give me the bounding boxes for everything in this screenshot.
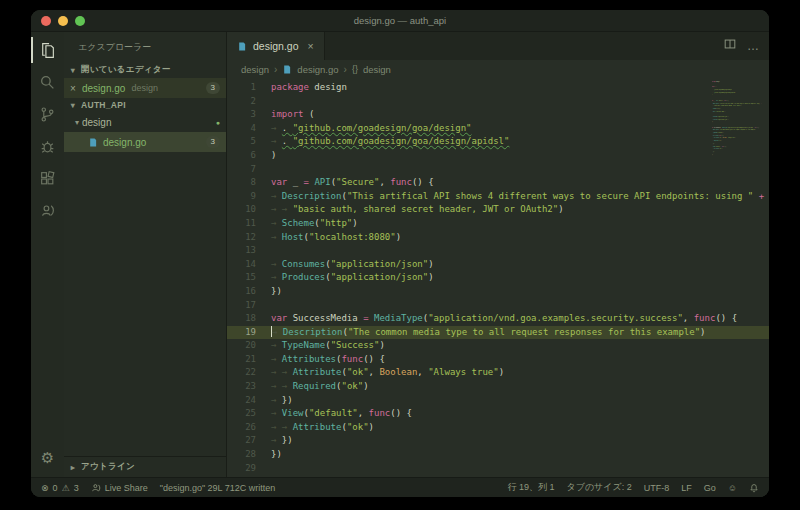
tree-folder-design[interactable]: ▾ design ● [64, 112, 226, 132]
breadcrumb-folder[interactable]: design [241, 64, 269, 75]
code-line[interactable]: 26→ → Attribute("ok") [227, 421, 769, 435]
code-line[interactable]: 3import ( [227, 108, 769, 122]
feedback-smiley-icon[interactable]: ☺ [728, 483, 737, 493]
open-editor-item[interactable]: × design.go design 3 [64, 78, 226, 98]
code-text[interactable]: package design [271, 81, 769, 95]
code-line[interactable]: 11→ Scheme("http") [227, 217, 769, 231]
code-text[interactable] [271, 462, 769, 476]
code-text[interactable]: → TypeName("Success") [271, 339, 769, 353]
code-line[interactable]: 7 [227, 163, 769, 177]
code-text[interactable]: → }) [271, 394, 769, 408]
open-editor-file-label: design.go [82, 83, 125, 94]
code-line[interactable]: 21→ Attributes(func() { [227, 353, 769, 367]
live-share-icon[interactable] [31, 197, 64, 223]
code-text[interactable]: → . "github.com/goadesign/goa/design" [271, 122, 769, 136]
source-control-icon[interactable] [31, 101, 64, 127]
split-editor-icon[interactable] [723, 37, 737, 55]
problems-indicator[interactable]: ⊗ 0 ⚠ 3 [41, 483, 79, 493]
code-text[interactable] [271, 95, 769, 109]
code-line[interactable]: 29 [227, 462, 769, 476]
code-text[interactable]: → View("default", func() { [271, 407, 769, 421]
outline-header[interactable]: ▸ アウトライン [64, 456, 226, 477]
code-line[interactable]: 25→ View("default", func() { [227, 407, 769, 421]
project-header[interactable]: ▾ AUTH_API [64, 98, 226, 112]
eol-indicator[interactable]: LF [681, 483, 692, 493]
code-line[interactable]: 17 [227, 299, 769, 313]
code-text[interactable]: → Host("localhost:8080") [271, 231, 769, 245]
explorer-icon[interactable] [31, 37, 64, 63]
manage-gear-icon[interactable]: ⚙ [31, 445, 64, 471]
open-editors-header[interactable]: ▾ 開いているエディター [64, 62, 226, 78]
code-text[interactable]: → Consumes("application/json") [271, 258, 769, 272]
code-line[interactable]: 23→ → Required("ok") [227, 380, 769, 394]
tab-size-indicator[interactable]: タブのサイズ: 2 [566, 481, 631, 494]
code-text[interactable] [271, 299, 769, 313]
code-line[interactable]: 24→ }) [227, 394, 769, 408]
live-share-icon [91, 483, 101, 493]
code-text[interactable]: }) [271, 448, 769, 462]
line-number: 23 [227, 380, 271, 394]
code-line[interactable]: 1package design [227, 81, 769, 95]
code-text[interactable]: → Produces("application/json") [271, 271, 769, 285]
tab-design-go[interactable]: design.go × [227, 32, 325, 60]
breadcrumb-file[interactable]: design.go [297, 64, 338, 75]
code-line[interactable]: 16}) [227, 285, 769, 299]
code-text[interactable]: → Scheme("http") [271, 217, 769, 231]
title-bar[interactable]: design.go — auth_api [31, 10, 769, 32]
code-line[interactable]: 8var _ = API("Secure", func() { [227, 176, 769, 190]
code-text[interactable]: → Description("The common media type to … [271, 326, 769, 340]
code-text[interactable]: ) [271, 149, 769, 163]
close-editor-icon[interactable]: × [64, 83, 82, 94]
code-line[interactable]: 27→ }) [227, 434, 769, 448]
code-line[interactable]: 13 [227, 244, 769, 258]
close-window-button[interactable] [41, 16, 51, 26]
encoding-indicator[interactable]: UTF-8 [644, 483, 670, 493]
language-indicator[interactable]: Go [704, 483, 716, 493]
code-line[interactable]: 4→ . "github.com/goadesign/goa/design" [227, 122, 769, 136]
code-line[interactable]: 2 [227, 95, 769, 109]
code-line[interactable]: 15→ Produces("application/json") [227, 271, 769, 285]
cursor-position[interactable]: 行 19、列 1 [507, 481, 554, 494]
code-line[interactable]: 12→ Host("localhost:8080") [227, 231, 769, 245]
tab-bar: design.go × … [227, 32, 769, 60]
extensions-icon[interactable] [31, 165, 64, 191]
breadcrumb-symbol[interactable]: design [363, 64, 391, 75]
code-text[interactable]: → → Required("ok") [271, 380, 769, 394]
code-text[interactable]: var _ = API("Secure", func() { [271, 176, 769, 190]
more-actions-icon[interactable]: … [747, 40, 759, 52]
code-line[interactable]: 20→ TypeName("Success") [227, 339, 769, 353]
debug-icon[interactable] [31, 133, 64, 159]
code-line[interactable]: 28}) [227, 448, 769, 462]
zoom-window-button[interactable] [75, 16, 85, 26]
tab-close-icon[interactable]: × [308, 40, 314, 52]
code-line[interactable]: 6) [227, 149, 769, 163]
code-line[interactable]: 9→ Description("This artifical API shows… [227, 190, 769, 204]
code-text[interactable]: → → "basic auth, shared secret header, J… [271, 203, 769, 217]
code-text[interactable]: import ( [271, 108, 769, 122]
code-text[interactable]: var SuccessMedia = MediaType("applicatio… [271, 312, 769, 326]
code-line[interactable]: 22→ → Attribute("ok", Boolean, "Always t… [227, 366, 769, 380]
live-share-button[interactable]: Live Share [91, 483, 148, 493]
code-text[interactable] [271, 163, 769, 177]
code-text[interactable] [271, 244, 769, 258]
code-text[interactable]: → . "github.com/goadesign/goa/design/api… [271, 135, 769, 149]
code-line[interactable]: 14→ Consumes("application/json") [227, 258, 769, 272]
code-line[interactable]: 19→ Description("The common media type t… [227, 326, 769, 340]
code-line[interactable]: 5→ . "github.com/goadesign/goa/design/ap… [227, 135, 769, 149]
chevron-down-icon: ▾ [68, 66, 78, 75]
tree-file-design-go[interactable]: design.go 3 [64, 132, 226, 152]
code-text[interactable]: → Attributes(func() { [271, 353, 769, 367]
code-text[interactable]: → Description("This artifical API shows … [271, 190, 769, 204]
code-line[interactable]: 18var SuccessMedia = MediaType("applicat… [227, 312, 769, 326]
code-text[interactable]: → }) [271, 434, 769, 448]
code-text[interactable]: → → Attribute("ok", Boolean, "Always tru… [271, 366, 769, 380]
notifications-bell-icon[interactable] [749, 483, 759, 493]
minimize-window-button[interactable] [58, 16, 68, 26]
search-icon[interactable] [31, 69, 64, 95]
editor-group: design.go × … design › design.go › [227, 32, 769, 477]
code-editor[interactable]: 1package design23import (4→ . "github.co… [227, 78, 769, 477]
code-text[interactable]: → → Attribute("ok") [271, 421, 769, 435]
open-editor-folder-label: design [131, 83, 158, 93]
code-line[interactable]: 10→ → "basic auth, shared secret header,… [227, 203, 769, 217]
code-text[interactable]: }) [271, 285, 769, 299]
